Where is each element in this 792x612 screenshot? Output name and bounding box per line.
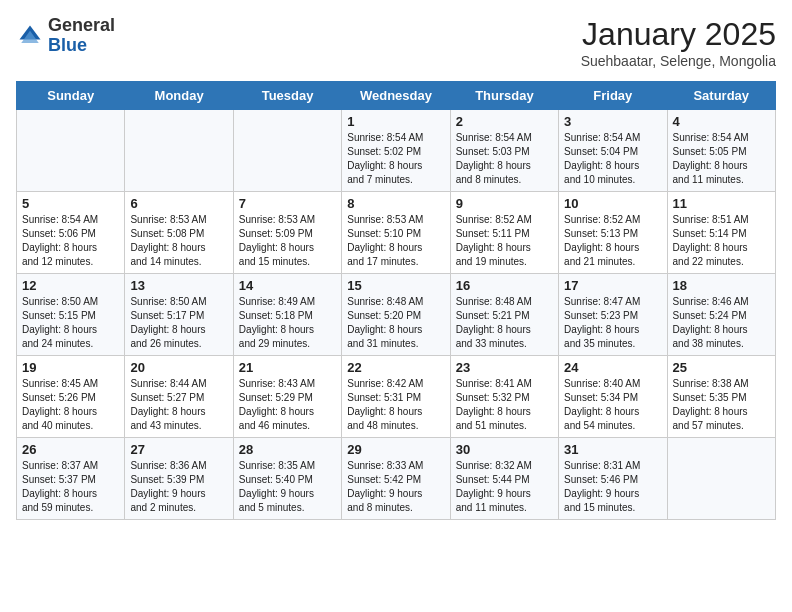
calendar-day-cell: 29Sunrise: 8:33 AM Sunset: 5:42 PM Dayli… — [342, 438, 450, 520]
day-number: 7 — [239, 196, 336, 211]
day-of-week-header: Tuesday — [233, 82, 341, 110]
day-info: Sunrise: 8:48 AM Sunset: 5:21 PM Dayligh… — [456, 295, 553, 351]
day-info: Sunrise: 8:54 AM Sunset: 5:06 PM Dayligh… — [22, 213, 119, 269]
day-info: Sunrise: 8:47 AM Sunset: 5:23 PM Dayligh… — [564, 295, 661, 351]
day-number: 5 — [22, 196, 119, 211]
day-info: Sunrise: 8:46 AM Sunset: 5:24 PM Dayligh… — [673, 295, 770, 351]
calendar-table: SundayMondayTuesdayWednesdayThursdayFrid… — [16, 81, 776, 520]
day-info: Sunrise: 8:53 AM Sunset: 5:09 PM Dayligh… — [239, 213, 336, 269]
calendar-week-row: 26Sunrise: 8:37 AM Sunset: 5:37 PM Dayli… — [17, 438, 776, 520]
day-number: 13 — [130, 278, 227, 293]
day-number: 20 — [130, 360, 227, 375]
day-info: Sunrise: 8:45 AM Sunset: 5:26 PM Dayligh… — [22, 377, 119, 433]
day-info: Sunrise: 8:54 AM Sunset: 5:05 PM Dayligh… — [673, 131, 770, 187]
calendar-day-cell: 11Sunrise: 8:51 AM Sunset: 5:14 PM Dayli… — [667, 192, 775, 274]
calendar-subtitle: Suehbaatar, Selenge, Mongolia — [581, 53, 776, 69]
calendar-day-cell — [667, 438, 775, 520]
calendar-week-row: 5Sunrise: 8:54 AM Sunset: 5:06 PM Daylig… — [17, 192, 776, 274]
calendar-day-cell: 9Sunrise: 8:52 AM Sunset: 5:11 PM Daylig… — [450, 192, 558, 274]
day-number: 1 — [347, 114, 444, 129]
day-number: 25 — [673, 360, 770, 375]
day-info: Sunrise: 8:51 AM Sunset: 5:14 PM Dayligh… — [673, 213, 770, 269]
day-number: 21 — [239, 360, 336, 375]
day-info: Sunrise: 8:32 AM Sunset: 5:44 PM Dayligh… — [456, 459, 553, 515]
day-info: Sunrise: 8:35 AM Sunset: 5:40 PM Dayligh… — [239, 459, 336, 515]
day-of-week-header: Friday — [559, 82, 667, 110]
calendar-day-cell: 26Sunrise: 8:37 AM Sunset: 5:37 PM Dayli… — [17, 438, 125, 520]
day-info: Sunrise: 8:31 AM Sunset: 5:46 PM Dayligh… — [564, 459, 661, 515]
calendar-day-cell: 7Sunrise: 8:53 AM Sunset: 5:09 PM Daylig… — [233, 192, 341, 274]
calendar-day-cell: 23Sunrise: 8:41 AM Sunset: 5:32 PM Dayli… — [450, 356, 558, 438]
day-info: Sunrise: 8:50 AM Sunset: 5:17 PM Dayligh… — [130, 295, 227, 351]
day-info: Sunrise: 8:36 AM Sunset: 5:39 PM Dayligh… — [130, 459, 227, 515]
day-number: 9 — [456, 196, 553, 211]
calendar-day-cell: 15Sunrise: 8:48 AM Sunset: 5:20 PM Dayli… — [342, 274, 450, 356]
day-number: 11 — [673, 196, 770, 211]
day-number: 15 — [347, 278, 444, 293]
calendar-day-cell: 30Sunrise: 8:32 AM Sunset: 5:44 PM Dayli… — [450, 438, 558, 520]
day-info: Sunrise: 8:52 AM Sunset: 5:13 PM Dayligh… — [564, 213, 661, 269]
calendar-day-cell: 18Sunrise: 8:46 AM Sunset: 5:24 PM Dayli… — [667, 274, 775, 356]
calendar-body: 1Sunrise: 8:54 AM Sunset: 5:02 PM Daylig… — [17, 110, 776, 520]
calendar-week-row: 1Sunrise: 8:54 AM Sunset: 5:02 PM Daylig… — [17, 110, 776, 192]
day-of-week-header: Saturday — [667, 82, 775, 110]
calendar-day-cell: 16Sunrise: 8:48 AM Sunset: 5:21 PM Dayli… — [450, 274, 558, 356]
day-info: Sunrise: 8:41 AM Sunset: 5:32 PM Dayligh… — [456, 377, 553, 433]
title-block: January 2025 Suehbaatar, Selenge, Mongol… — [581, 16, 776, 69]
page-header: General Blue January 2025 Suehbaatar, Se… — [16, 16, 776, 69]
day-of-week-header: Monday — [125, 82, 233, 110]
calendar-day-cell: 6Sunrise: 8:53 AM Sunset: 5:08 PM Daylig… — [125, 192, 233, 274]
calendar-day-cell: 20Sunrise: 8:44 AM Sunset: 5:27 PM Dayli… — [125, 356, 233, 438]
day-number: 27 — [130, 442, 227, 457]
day-of-week-header: Sunday — [17, 82, 125, 110]
day-number: 23 — [456, 360, 553, 375]
day-number: 24 — [564, 360, 661, 375]
day-info: Sunrise: 8:53 AM Sunset: 5:10 PM Dayligh… — [347, 213, 444, 269]
day-info: Sunrise: 8:33 AM Sunset: 5:42 PM Dayligh… — [347, 459, 444, 515]
day-info: Sunrise: 8:44 AM Sunset: 5:27 PM Dayligh… — [130, 377, 227, 433]
day-number: 10 — [564, 196, 661, 211]
calendar-day-cell: 3Sunrise: 8:54 AM Sunset: 5:04 PM Daylig… — [559, 110, 667, 192]
calendar-day-cell — [125, 110, 233, 192]
day-info: Sunrise: 8:49 AM Sunset: 5:18 PM Dayligh… — [239, 295, 336, 351]
day-number: 3 — [564, 114, 661, 129]
day-info: Sunrise: 8:38 AM Sunset: 5:35 PM Dayligh… — [673, 377, 770, 433]
day-info: Sunrise: 8:54 AM Sunset: 5:02 PM Dayligh… — [347, 131, 444, 187]
calendar-day-cell: 10Sunrise: 8:52 AM Sunset: 5:13 PM Dayli… — [559, 192, 667, 274]
day-number: 17 — [564, 278, 661, 293]
day-info: Sunrise: 8:52 AM Sunset: 5:11 PM Dayligh… — [456, 213, 553, 269]
calendar-day-cell: 31Sunrise: 8:31 AM Sunset: 5:46 PM Dayli… — [559, 438, 667, 520]
day-number: 29 — [347, 442, 444, 457]
calendar-day-cell: 21Sunrise: 8:43 AM Sunset: 5:29 PM Dayli… — [233, 356, 341, 438]
calendar-day-cell: 24Sunrise: 8:40 AM Sunset: 5:34 PM Dayli… — [559, 356, 667, 438]
day-info: Sunrise: 8:54 AM Sunset: 5:04 PM Dayligh… — [564, 131, 661, 187]
calendar-day-cell: 28Sunrise: 8:35 AM Sunset: 5:40 PM Dayli… — [233, 438, 341, 520]
day-number: 26 — [22, 442, 119, 457]
day-number: 12 — [22, 278, 119, 293]
day-number: 22 — [347, 360, 444, 375]
day-number: 14 — [239, 278, 336, 293]
day-info: Sunrise: 8:50 AM Sunset: 5:15 PM Dayligh… — [22, 295, 119, 351]
day-number: 16 — [456, 278, 553, 293]
calendar-day-cell: 14Sunrise: 8:49 AM Sunset: 5:18 PM Dayli… — [233, 274, 341, 356]
day-number: 8 — [347, 196, 444, 211]
day-info: Sunrise: 8:53 AM Sunset: 5:08 PM Dayligh… — [130, 213, 227, 269]
logo-blue-text: Blue — [48, 35, 87, 55]
logo: General Blue — [16, 16, 115, 56]
day-info: Sunrise: 8:37 AM Sunset: 5:37 PM Dayligh… — [22, 459, 119, 515]
day-number: 28 — [239, 442, 336, 457]
day-number: 2 — [456, 114, 553, 129]
logo-icon — [16, 22, 44, 50]
calendar-day-cell: 1Sunrise: 8:54 AM Sunset: 5:02 PM Daylig… — [342, 110, 450, 192]
day-info: Sunrise: 8:48 AM Sunset: 5:20 PM Dayligh… — [347, 295, 444, 351]
calendar-day-cell: 22Sunrise: 8:42 AM Sunset: 5:31 PM Dayli… — [342, 356, 450, 438]
calendar-day-cell: 2Sunrise: 8:54 AM Sunset: 5:03 PM Daylig… — [450, 110, 558, 192]
day-of-week-header: Wednesday — [342, 82, 450, 110]
day-number: 6 — [130, 196, 227, 211]
day-info: Sunrise: 8:43 AM Sunset: 5:29 PM Dayligh… — [239, 377, 336, 433]
calendar-day-cell: 12Sunrise: 8:50 AM Sunset: 5:15 PM Dayli… — [17, 274, 125, 356]
day-number: 31 — [564, 442, 661, 457]
day-of-week-header: Thursday — [450, 82, 558, 110]
logo-general-text: General — [48, 15, 115, 35]
day-info: Sunrise: 8:42 AM Sunset: 5:31 PM Dayligh… — [347, 377, 444, 433]
